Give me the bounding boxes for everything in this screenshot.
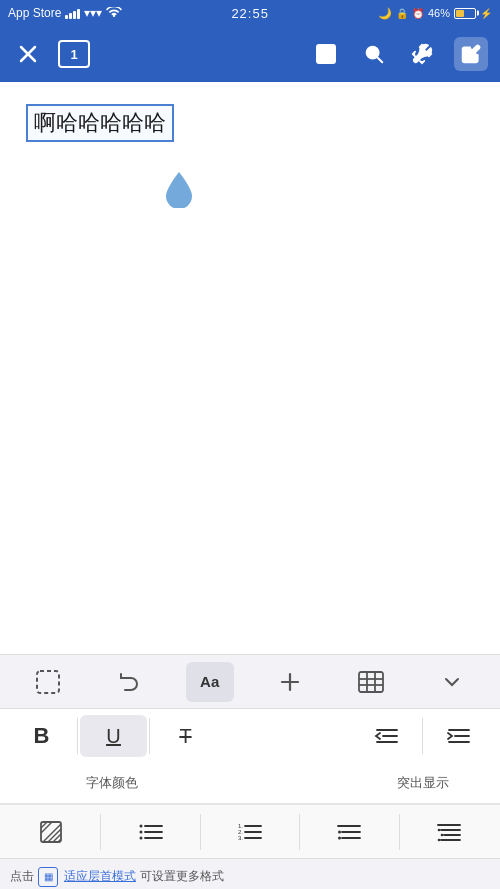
alarm-icon: ⏰	[412, 8, 424, 19]
text-format-button[interactable]: Aa	[186, 662, 234, 702]
svg-point-45	[338, 836, 341, 839]
divider-4	[100, 814, 101, 850]
clock: 22:55	[231, 6, 269, 21]
divider-6	[299, 814, 300, 850]
border-button[interactable]	[4, 811, 98, 853]
strikethrough-button[interactable]: T	[152, 715, 219, 757]
svg-point-44	[338, 830, 341, 833]
svg-point-52	[441, 833, 444, 836]
save-button[interactable]	[310, 38, 342, 70]
format-label-row: 字体颜色 突出显示	[0, 763, 500, 803]
format-row-2: 1. 2. 3.	[0, 804, 500, 858]
svg-point-50	[438, 828, 441, 831]
hint-tap-text: 点击	[10, 868, 34, 885]
svg-point-31	[139, 836, 142, 839]
hint-rest-text: 可设置更多格式	[140, 868, 224, 885]
lock-icon: 🔒	[396, 8, 408, 19]
canvas-area[interactable]: 啊哈哈哈哈哈	[0, 82, 500, 654]
main-toolbar: 1	[0, 26, 500, 82]
more-button[interactable]	[428, 662, 476, 702]
svg-point-51	[438, 838, 441, 841]
hint-link[interactable]: 适应层首模式	[64, 868, 136, 885]
divider-5	[200, 814, 201, 850]
divider-3	[422, 718, 423, 754]
svg-point-30	[139, 830, 142, 833]
app-store-label: App Store	[8, 6, 61, 20]
svg-point-29	[139, 824, 142, 827]
settings-button[interactable]	[406, 38, 438, 70]
indent-decrease-button[interactable]	[353, 715, 420, 757]
pages-badge[interactable]: 1	[58, 40, 90, 68]
signal-icon	[65, 7, 80, 19]
font-color-label: 字体颜色	[8, 774, 215, 792]
list-numbered-button[interactable]: 1. 2. 3.	[203, 811, 297, 853]
close-button[interactable]	[12, 38, 44, 70]
svg-rect-4	[321, 55, 331, 62]
hint-icon: ▦	[38, 867, 58, 887]
svg-rect-8	[37, 671, 59, 693]
search-button[interactable]	[358, 38, 390, 70]
list-multilevel-button[interactable]	[402, 811, 496, 853]
edit-button[interactable]	[454, 37, 488, 71]
highlight-label: 突出显示	[354, 774, 492, 792]
select-mode-button[interactable]	[24, 662, 72, 702]
undo-button[interactable]	[105, 662, 153, 702]
charging-icon: ⚡	[480, 8, 492, 19]
battery-percent: 46%	[428, 7, 450, 19]
status-right: 🌙 🔒 ⏰ 46% ⚡	[378, 7, 492, 20]
bold-button[interactable]: B	[8, 715, 75, 757]
battery-icon	[454, 8, 476, 19]
svg-rect-3	[322, 45, 330, 51]
divider-2	[149, 718, 150, 754]
quick-toolbar: Aa	[0, 655, 500, 709]
svg-line-24	[41, 822, 52, 833]
text-format-label: Aa	[200, 673, 219, 690]
underline-button[interactable]: U	[80, 715, 147, 757]
moon-icon: 🌙	[378, 7, 392, 20]
toolbar-right	[310, 37, 488, 71]
text-content: 啊哈哈哈哈哈	[34, 110, 166, 135]
divider-7	[399, 814, 400, 850]
wifi-signal-icon	[106, 7, 122, 19]
divider-1	[77, 718, 78, 754]
toolbar-left: 1	[12, 38, 90, 70]
bottom-hint: 点击 ▦ 适应层首模式 可设置更多格式	[0, 858, 500, 889]
status-bar: App Store ▾▾▾ 22:55 🌙 🔒 ⏰ 46% ⚡	[0, 0, 500, 26]
add-button[interactable]	[266, 662, 314, 702]
indent-increase-button[interactable]	[425, 715, 492, 757]
pages-count: 1	[70, 47, 77, 62]
bottom-bar: Aa B	[0, 654, 500, 889]
svg-line-25	[43, 824, 61, 842]
format-row-1: B U T	[0, 709, 500, 763]
list-bullet-button[interactable]	[103, 811, 197, 853]
format-section: B U T	[0, 709, 500, 804]
table-button[interactable]	[347, 662, 395, 702]
svg-rect-11	[359, 672, 383, 692]
wifi-icon: ▾▾▾	[84, 6, 102, 20]
svg-line-6	[377, 57, 382, 62]
drag-handle[interactable]	[164, 170, 194, 212]
status-left: App Store ▾▾▾	[8, 6, 122, 20]
text-block[interactable]: 啊哈哈哈哈哈	[26, 104, 174, 142]
svg-text:3.: 3.	[238, 835, 243, 841]
list-indent-button[interactable]	[302, 811, 396, 853]
